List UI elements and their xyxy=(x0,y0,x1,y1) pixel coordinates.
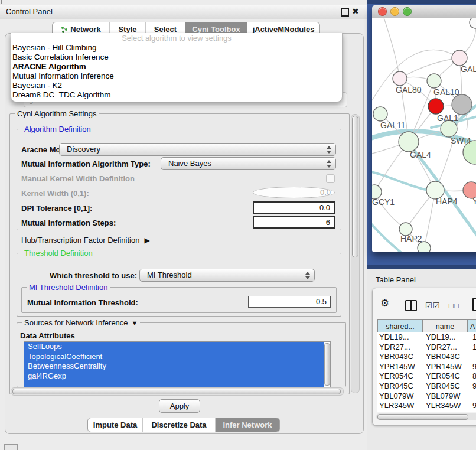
sources-title-text: Sources for Network Inference xyxy=(24,318,128,327)
network-node-salmon[interactable] xyxy=(463,182,476,198)
algorithm-option[interactable]: Mutual Information Inference xyxy=(11,71,342,81)
list-item[interactable]: SelfLoops xyxy=(24,342,324,352)
network-node-swi4[interactable] xyxy=(441,120,457,137)
dpi-tolerance-field[interactable]: 0.0 xyxy=(253,201,335,214)
highlighted-edges xyxy=(372,94,476,252)
hub-definition-section[interactable]: Hub/Transcription Factor Definition▶ xyxy=(21,236,150,244)
list-item[interactable]: TopologicalCoefficient xyxy=(24,352,324,362)
cell: YIL052C xyxy=(424,411,471,412)
which-threshold-value: MI Threshold xyxy=(147,270,192,279)
cell: 9 xyxy=(471,411,476,412)
zoom-traffic-light-icon[interactable] xyxy=(403,7,412,16)
minimize-traffic-light-icon[interactable] xyxy=(390,7,399,16)
table-row[interactable]: YPR145WYPR145W9. xyxy=(377,362,476,372)
aracne-mode-combo[interactable]: Discovery xyxy=(59,143,336,156)
apply-button[interactable]: Apply xyxy=(159,399,200,413)
table-header: shared... name A xyxy=(377,319,476,332)
network-window-titlebar[interactable] xyxy=(372,5,476,18)
table-row[interactable]: YBL079WYBL079W xyxy=(377,392,476,402)
hub-definition-label: Hub/Transcription Factor Definition xyxy=(21,236,139,244)
close-icon[interactable]: ✖ xyxy=(352,6,359,16)
network-node-gray[interactable] xyxy=(452,94,472,115)
control-panel-titlebar: Control Panel ✖ xyxy=(0,5,367,19)
which-threshold-label: Which threshold to use: xyxy=(50,271,137,280)
cell: YDL19... xyxy=(377,332,424,343)
desktop-top-strip xyxy=(367,0,476,4)
cyni-bottom-tabbar: Impute Data Discretize Data Infer Networ… xyxy=(87,418,280,432)
network-node-gal80[interactable] xyxy=(393,71,407,86)
network-node-gal10[interactable] xyxy=(427,74,441,88)
table-row[interactable]: YER054CYER054C8. xyxy=(377,371,476,381)
expand-arrow-icon[interactable]: ▼ xyxy=(132,319,138,327)
cell: YBR043C xyxy=(377,352,424,362)
list-item-partial[interactable] xyxy=(24,381,324,387)
tab-impute-data[interactable]: Impute Data xyxy=(88,418,142,432)
node-label: SWI4 xyxy=(451,136,471,145)
list-item[interactable]: BetweennessCentrality xyxy=(24,361,324,371)
tab-infer-network[interactable]: Infer Network xyxy=(215,418,279,432)
algorithm-option-selected[interactable]: ARACNE Algorithm xyxy=(11,62,342,71)
table-row[interactable]: YDL19...YDL19...13 xyxy=(377,332,476,343)
stepper-icon xyxy=(327,159,332,168)
manual-kernel-checkbox[interactable] xyxy=(326,174,335,183)
mi-threshold-field[interactable]: 0.5 xyxy=(248,296,331,308)
node-label: GAL10 xyxy=(433,87,459,97)
cyni-settings-title: Cyni Algorithm Settings xyxy=(15,109,99,118)
node-label: HAP4 xyxy=(436,197,458,206)
table-body: YDL19...YDL19...13 YDR27...YDR27...12 YB… xyxy=(377,332,476,412)
table-horizontal-scrollbar[interactable] xyxy=(376,413,476,420)
collapse-arrow-icon[interactable]: ▶ xyxy=(144,236,149,244)
node-label: Y xyxy=(472,197,476,206)
algorithm-option[interactable]: Basic Correlation Inference xyxy=(11,53,342,62)
cell: YBR045C xyxy=(424,381,471,392)
close-traffic-light-icon[interactable] xyxy=(378,7,387,16)
threshold-definition-title: Threshold Definition xyxy=(22,249,95,257)
column-header-name[interactable]: name xyxy=(423,319,468,332)
cell xyxy=(471,392,476,402)
node-labels: GAL GAL80 GAL10 GAL1 GAL11 SWI4 GAL4 GCY… xyxy=(372,64,476,243)
cell: YDL19... xyxy=(424,332,471,343)
algorithm-option[interactable]: Bayesian - K2 xyxy=(11,81,342,90)
table-row[interactable]: YIL052CYIL052C9 xyxy=(377,411,476,412)
cell: YPR145W xyxy=(377,362,424,372)
select-all-icon[interactable]: ☑☑ xyxy=(425,301,440,310)
export-table-icon[interactable] xyxy=(472,298,476,311)
list-item[interactable]: gal4RGexp xyxy=(24,371,324,381)
mi-type-combo[interactable]: Naive Bayes xyxy=(161,157,336,170)
cell: 13 xyxy=(471,332,476,343)
network-node-gal4[interactable] xyxy=(399,132,419,152)
table-row[interactable]: YLR345WYLR345W9. xyxy=(377,401,476,411)
cell: YER054C xyxy=(377,371,424,381)
float-window-icon[interactable] xyxy=(341,8,349,17)
settings-vertical-scrollbar[interactable] xyxy=(351,114,360,393)
table-row[interactable]: YBR043CYBR043C xyxy=(377,352,476,362)
sources-title: Sources for Network Inference▼ xyxy=(22,318,140,327)
deselect-all-icon[interactable]: □□ xyxy=(449,301,459,310)
network-node[interactable] xyxy=(470,18,476,28)
cell: YDR27... xyxy=(424,343,471,353)
mi-threshold-label: Mutual Information Threshold: xyxy=(27,298,138,307)
column-header-a[interactable]: A xyxy=(468,319,476,332)
network-node-selected-red[interactable] xyxy=(428,99,444,114)
algorithm-dropdown-list: Select algorithm to view settings Bayesi… xyxy=(11,33,343,102)
cell: YPR145W xyxy=(424,362,471,372)
list-scrollbar[interactable] xyxy=(324,343,330,386)
table-row[interactable]: YBR045CYBR045C9. xyxy=(377,381,476,392)
cell: 12 xyxy=(471,343,476,353)
algorithm-option[interactable]: Bayesian - Hill Climbing xyxy=(11,43,342,53)
mi-steps-field[interactable]: 6 xyxy=(253,216,335,229)
network-node[interactable] xyxy=(452,50,467,66)
column-header-shared[interactable]: shared... xyxy=(377,319,423,332)
settings-horizontal-scrollbar[interactable] xyxy=(11,387,344,396)
kernel-width-field[interactable]: 0.0 xyxy=(253,187,335,198)
network-canvas[interactable]: GAL GAL80 GAL10 GAL1 GAL11 SWI4 GAL4 GCY… xyxy=(372,18,476,252)
table-row[interactable]: YDR27...YDR27...12 xyxy=(377,343,476,353)
mi-type-label: Mutual Information Algorithm Type: xyxy=(21,159,151,168)
minimized-panel-icon[interactable] xyxy=(4,444,18,450)
tab-discretize-data[interactable]: Discretize Data xyxy=(142,418,215,432)
show-columns-icon[interactable] xyxy=(405,300,417,311)
algorithm-option[interactable]: Dream8 DC_TDC Algorithm xyxy=(11,90,342,100)
network-node-gal11[interactable] xyxy=(373,107,387,121)
gear-icon[interactable]: ⚙ xyxy=(380,298,389,309)
which-threshold-combo[interactable]: MI Threshold xyxy=(139,269,315,282)
